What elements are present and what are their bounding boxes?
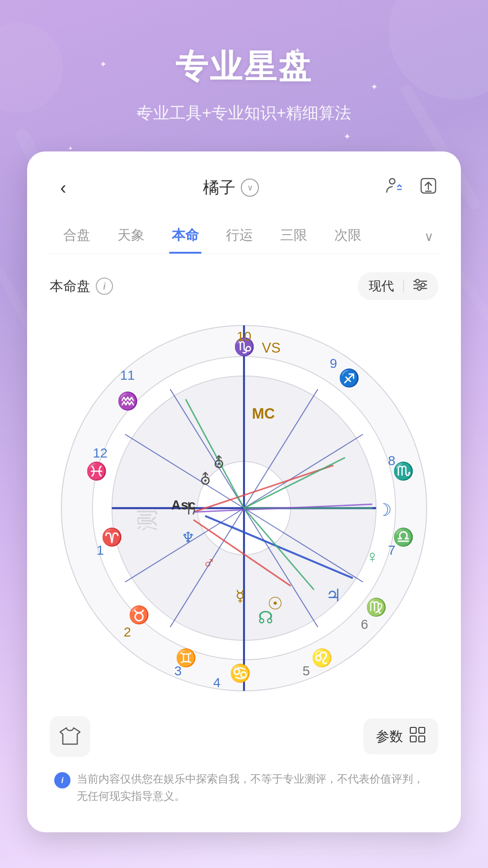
svg-rect-70: [410, 727, 416, 733]
svg-text:♎: ♎: [393, 527, 414, 547]
disclaimer-text: 当前内容仅供您在娱乐中探索自我，不等于专业测评，不代表价值评判，无任何现实指导意…: [77, 770, 434, 805]
svg-text:♃: ♃: [326, 586, 341, 605]
svg-text:♉: ♉: [128, 604, 150, 625]
svg-text:♂: ♂: [202, 553, 215, 572]
params-button[interactable]: 参数: [363, 718, 438, 755]
tab-benming[interactable]: 本命: [158, 219, 212, 254]
svg-text:♀: ♀: [366, 547, 379, 566]
svg-text:6: 6: [361, 617, 368, 632]
svg-text:3: 3: [174, 664, 182, 678]
share-button[interactable]: [418, 176, 438, 200]
svg-text:♍: ♍: [366, 597, 387, 618]
svg-text:8: 8: [388, 453, 395, 468]
info-icon: i: [54, 772, 70, 788]
chart-svg: ♑ VS ♐ ♏ ♎ ♍ ♌ ♋ ♊ ♉ ♈ ♓ ♒ 10 9: [50, 314, 438, 703]
svg-text:4: 4: [213, 675, 221, 690]
mode-text: 现代: [369, 278, 394, 295]
svg-text:☽: ☽: [376, 500, 392, 519]
svg-text:7: 7: [388, 543, 395, 557]
grid-icon: [409, 726, 426, 746]
header-section: 专业星盘 专业工具+专业知识+精细算法: [0, 0, 488, 151]
mode-selector[interactable]: 现代: [358, 272, 438, 300]
tab-tianxiang[interactable]: 天象: [104, 219, 158, 254]
svg-text:测: 测: [135, 509, 159, 531]
svg-text:2: 2: [124, 625, 131, 639]
tab-sanxian[interactable]: 三限: [267, 219, 321, 254]
sub-header-left: 本命盘 i: [50, 277, 113, 296]
tab-xingyun[interactable]: 行运: [212, 219, 267, 254]
svg-point-4: [389, 179, 395, 184]
svg-point-11: [418, 287, 421, 290]
sub-header-label: 本命盘: [50, 277, 90, 296]
filter-icon: [413, 278, 427, 294]
back-button[interactable]: ‹: [50, 174, 77, 201]
svg-text:☿: ☿: [235, 587, 245, 604]
svg-text:Asc: Asc: [171, 498, 196, 512]
svg-text:5: 5: [302, 664, 310, 678]
svg-text:12: 12: [93, 446, 108, 460]
disclaimer: i 当前内容仅供您在娱乐中探索自我，不等于专业测评，不代表价值评判，无任何现实指…: [50, 770, 438, 805]
svg-text:10: 10: [237, 329, 252, 344]
svg-text:1: 1: [97, 543, 104, 557]
card-title-area: 橘子 ∨: [203, 177, 259, 199]
main-card: ‹ 橘子 ∨: [27, 151, 461, 832]
svg-text:♌: ♌: [311, 647, 333, 668]
card-user-name: 橘子: [203, 177, 235, 199]
svg-text:MC: MC: [252, 405, 275, 422]
tab-heban[interactable]: 合盘: [50, 219, 104, 254]
card-actions: [385, 176, 438, 200]
bottom-navigation: ◉ 星盘: [0, 859, 488, 868]
person-swap-button[interactable]: [385, 176, 405, 200]
svg-text:⛢: ⛢: [213, 454, 225, 471]
svg-text:☊: ☊: [258, 608, 273, 627]
svg-text:♓: ♓: [86, 461, 108, 481]
dropdown-button[interactable]: ∨: [241, 179, 259, 197]
svg-text:9: 9: [330, 356, 337, 371]
tabs-bar: 合盘 天象 本命 行运 三限 次限 ∨: [50, 219, 438, 254]
svg-rect-71: [419, 727, 425, 733]
svg-rect-73: [419, 736, 425, 742]
svg-text:♏: ♏: [393, 461, 414, 481]
svg-point-10: [421, 283, 425, 287]
main-title: 专业星盘: [18, 45, 470, 89]
svg-text:⛢: ⛢: [199, 471, 211, 488]
bottom-actions: 参数: [50, 716, 438, 757]
sub-title: 专业工具+专业知识+精细算法: [18, 102, 470, 124]
params-label: 参数: [376, 727, 403, 746]
help-button[interactable]: i: [96, 278, 113, 295]
card-header: ‹ 橘子 ∨: [50, 174, 438, 201]
svg-text:VS: VS: [262, 340, 281, 356]
svg-text:♋: ♋: [230, 663, 251, 684]
svg-point-9: [416, 279, 419, 283]
svg-rect-72: [410, 736, 416, 742]
tab-more-button[interactable]: ∨: [420, 222, 438, 251]
svg-text:11: 11: [120, 368, 135, 382]
divider: [403, 280, 404, 292]
chevron-down-icon: ∨: [247, 183, 253, 193]
svg-text:♈: ♈: [101, 527, 123, 547]
svg-text:♐: ♐: [338, 368, 360, 388]
svg-text:♆: ♆: [181, 529, 195, 546]
sub-header: 本命盘 i 现代: [50, 272, 438, 300]
svg-text:♒: ♒: [117, 391, 139, 411]
clothing-button[interactable]: [50, 716, 90, 757]
astro-chart: ♑ VS ♐ ♏ ♎ ♍ ♌ ♋ ♊ ♉ ♈ ♓ ♒ 10 9: [50, 314, 438, 703]
tab-cixian[interactable]: 次限: [321, 219, 375, 254]
